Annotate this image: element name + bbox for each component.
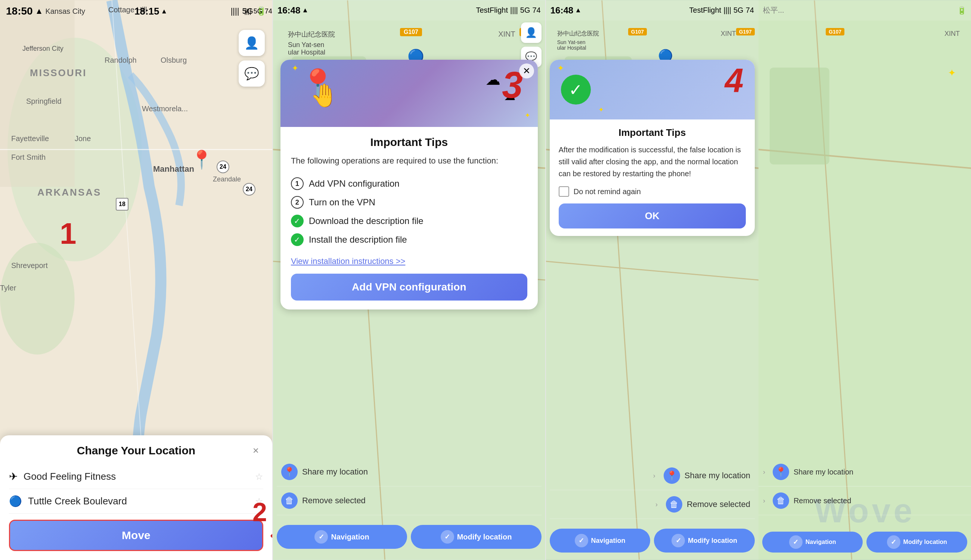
- olsburg: Olsburg: [160, 56, 187, 65]
- modify-action-icon: ✓: [441, 530, 454, 543]
- profile-button-1[interactable]: 👤: [239, 30, 265, 56]
- cn-label-3: ular Hospital: [288, 48, 325, 57]
- network-p2: 5G: [520, 6, 530, 15]
- star-sr: ✦: [948, 67, 956, 79]
- sub-panel-right: 松平... 🔋 Wove G107 XINT ✦ › 📍 Share my lo…: [759, 0, 971, 560]
- nav-btn-sr[interactable]: ✓ Navigation: [762, 532, 863, 553]
- tips-subtitle-3: The following operations are required to…: [291, 155, 527, 167]
- hw24-2: 24: [243, 183, 255, 196]
- remove-item-sl[interactable]: › 🗑 Remove selected: [550, 490, 755, 519]
- svg-rect-24: [770, 68, 829, 165]
- signal-sub-left: ||||: [723, 6, 731, 15]
- remove-icon-sl: 🗑: [666, 496, 682, 513]
- nav-btn-sl[interactable]: ✓ Navigation: [550, 528, 651, 553]
- status-bar-1b: 18:15 ▲ |||| 5G 74: [127, 0, 272, 22]
- remind-checkbox[interactable]: [559, 186, 569, 197]
- share-sr-1[interactable]: › 📍 Share my location: [759, 458, 971, 487]
- top-controls-1: 👤 💬: [239, 30, 265, 87]
- location-icon-1: ▲: [35, 7, 43, 16]
- view-instructions-link[interactable]: View installation instructions >>: [291, 257, 527, 266]
- move-button[interactable]: Move: [9, 520, 263, 551]
- battery-p2: 74: [532, 6, 541, 15]
- status-bar-panel2: 16:48 ▲ TestFlight |||| 5G 74: [273, 0, 545, 20]
- chevron-sr-2: ›: [763, 497, 765, 505]
- partial-label-sr: 松平...: [763, 5, 784, 15]
- panel-2-tips3: 16:48 ▲ TestFlight |||| 5G 74 👤 💬 孙中山纪念医…: [273, 0, 545, 560]
- road-g197-sl: G197: [736, 28, 755, 35]
- profile-icon-p2[interactable]: 👤: [521, 22, 542, 43]
- modify-action-btn-p2[interactable]: ✓ Modify location: [411, 525, 541, 549]
- hw18: 18: [116, 198, 128, 210]
- cn-label-sl-3: ular Hospital: [557, 45, 586, 51]
- star-h4-2: ✦: [598, 106, 604, 114]
- nav-action-btn-p2[interactable]: ✓ Navigation: [277, 525, 407, 549]
- signal-1b: ||||: [244, 7, 251, 15]
- share-location-item[interactable]: 📍 Share my location: [277, 458, 542, 487]
- status-bar-sr: 松平... 🔋: [759, 0, 971, 20]
- tip-item-3: ✓ Download the description file: [291, 212, 527, 230]
- sub-panel-left: 16:48 ▲ TestFlight |||| 5G 74 G107 G197 …: [546, 0, 759, 560]
- dialog-item-1[interactable]: ✈ Good Feeling Fitness ☆: [9, 465, 263, 489]
- modify-btn-sr[interactable]: ✓ Modify location: [866, 532, 967, 553]
- manhattan: Manhattan: [153, 164, 194, 174]
- tip-text-3: Download the description file: [309, 216, 424, 226]
- item1-icon: ✈: [9, 470, 18, 483]
- sr-icons: 🔋: [957, 6, 966, 15]
- tip-check-3: ✓: [291, 215, 304, 227]
- ok-btn[interactable]: OK: [559, 203, 746, 228]
- springfield: Springfield: [26, 97, 62, 106]
- tip-check-4: ✓: [291, 233, 304, 246]
- share-item-sl[interactable]: › 📍 Share my location: [550, 462, 755, 490]
- nav-icon-sl: ✓: [575, 534, 588, 547]
- loc-icon-p2: ▲: [302, 7, 309, 14]
- right-status-1b: |||| 5G 74: [244, 7, 272, 15]
- tips-text-4: After the modification is successful, th…: [559, 144, 746, 180]
- modify-btn-sl[interactable]: ✓ Modify location: [654, 528, 755, 553]
- nav-label-sl: Navigation: [591, 537, 626, 545]
- tip-item-1: 1 Add VPN configuration: [291, 174, 527, 193]
- chat-icon-1: 💬: [244, 67, 259, 81]
- fayetteville: Fayetteville: [11, 134, 49, 143]
- tyler: Tyler: [0, 284, 16, 292]
- remove-selected-item[interactable]: 🗑 Remove selected: [277, 487, 542, 515]
- tip-badge-1: 1: [291, 177, 304, 190]
- dialog-item-2[interactable]: 🔵 Tuttle Creek Boulevard ☆: [9, 489, 263, 514]
- road-g107-p2: G107: [400, 28, 422, 36]
- chat-button-1[interactable]: 💬: [239, 60, 265, 87]
- zeandale: Zeandale: [213, 175, 241, 183]
- share-icon-sr-2: 🗑: [773, 492, 789, 509]
- time-sub-left: 16:48: [551, 5, 573, 16]
- tip-badge-2: 2: [291, 196, 304, 209]
- modify-icon-sr: ✓: [887, 535, 901, 549]
- add-vpn-btn[interactable]: Add VPN configuration: [291, 273, 527, 300]
- dialog-close-btn[interactable]: ×: [249, 443, 263, 458]
- carrier-1: Kansas City: [45, 7, 85, 16]
- road-g107-sl: G107: [628, 28, 647, 35]
- nav-action-label: Navigation: [331, 533, 369, 541]
- tips-title-3: Important Tips: [291, 136, 527, 148]
- cn-label-sl-1: 孙中山纪念医院: [557, 30, 599, 38]
- bottom-share-bar-p2: 📍 Share my location 🗑 Remove selected: [273, 458, 545, 515]
- tips-header-3: 📍 🤚 ☁ ☁ ✦ ✦ 3 ✕: [280, 60, 538, 127]
- bottom-share-sr: › 📍 Share my location › 🗑 Remove selecte…: [759, 458, 971, 515]
- randolph: Randolph: [105, 56, 137, 65]
- share-icon: 📍: [281, 464, 298, 480]
- remove-text: Remove selected: [302, 496, 365, 505]
- modify-icon-sl: ✓: [671, 534, 685, 547]
- cn-label-2: Sun Yat-sen: [288, 41, 324, 49]
- action-bar-sr: ✓ Navigation ✓ Modify location: [759, 532, 971, 553]
- time-18-15: 18:15: [134, 6, 160, 17]
- modify-label-sr: Modify location: [903, 539, 947, 545]
- battery-sr: 🔋: [957, 6, 966, 15]
- star-1: ✦: [292, 63, 299, 73]
- checkbox-row: Do not remind again: [559, 186, 746, 197]
- remove-text-sl: Remove selected: [687, 500, 750, 509]
- share-sr-2[interactable]: › 🗑 Remove selected: [759, 487, 971, 515]
- tips-close-btn-3[interactable]: ✕: [519, 63, 534, 78]
- battery-1b: 74: [265, 7, 272, 15]
- panel-3: 16:48 ▲ TestFlight |||| 5G 74 G107 G197 …: [546, 0, 971, 560]
- modify-label-sl: Modify location: [688, 537, 737, 545]
- remind-label: Do not remind again: [574, 187, 641, 196]
- shreveport: Shreveport: [11, 261, 48, 270]
- share-text-sl: Share my location: [684, 471, 750, 480]
